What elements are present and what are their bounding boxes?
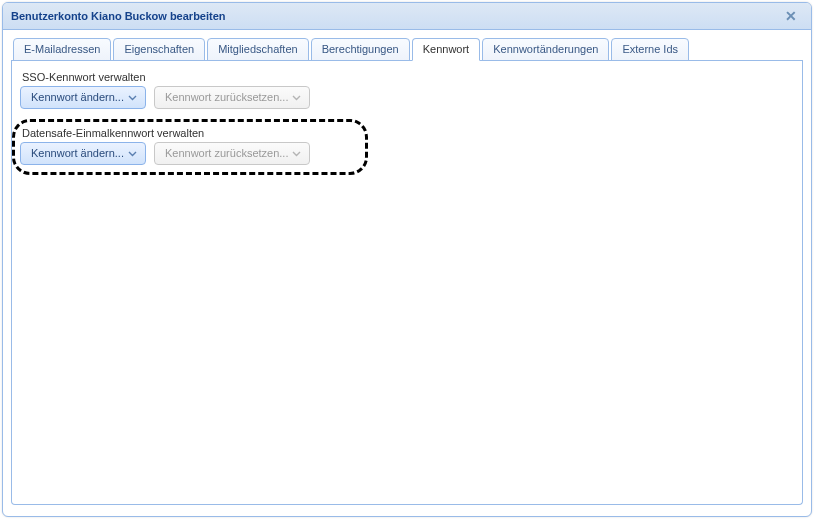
chevron-down-icon	[128, 149, 137, 158]
sso-reset-password-button[interactable]: Kennwort zurücksetzen...	[154, 86, 311, 109]
chevron-down-icon	[292, 93, 301, 102]
tab-berechtigungen[interactable]: Berechtigungen	[311, 38, 410, 61]
close-icon[interactable]: ✕	[781, 9, 801, 23]
section-datensafe: Datensafe-Einmalkennwort verwalten Kennw…	[20, 127, 794, 165]
dialog-body: E-Mailadressen Eigenschaften Mitgliedsch…	[3, 30, 811, 513]
section-sso-buttons: Kennwort ändern... Kennwort zurücksetzen…	[20, 86, 794, 109]
button-label: Kennwort ändern...	[31, 90, 124, 105]
section-datensafe-buttons: Kennwort ändern... Kennwort zurücksetzen…	[20, 142, 794, 165]
tab-emailadressen[interactable]: E-Mailadressen	[13, 38, 111, 61]
tab-externe-ids[interactable]: Externe Ids	[611, 38, 689, 61]
button-label: Kennwort ändern...	[31, 146, 124, 161]
button-label: Kennwort zurücksetzen...	[165, 146, 289, 161]
section-sso: SSO-Kennwort verwalten Kennwort ändern..…	[20, 71, 794, 109]
window-title: Benutzerkonto Kiano Buckow bearbeiten	[11, 10, 226, 22]
section-sso-label: SSO-Kennwort verwalten	[20, 71, 794, 83]
tab-panel-kennwort: SSO-Kennwort verwalten Kennwort ändern..…	[11, 61, 803, 505]
tab-mitgliedschaften[interactable]: Mitgliedschaften	[207, 38, 309, 61]
chevron-down-icon	[292, 149, 301, 158]
chevron-down-icon	[128, 93, 137, 102]
sso-change-password-button[interactable]: Kennwort ändern...	[20, 86, 146, 109]
tab-kennwortaenderungen[interactable]: Kennwortänderungen	[482, 38, 609, 61]
dialog-window: Benutzerkonto Kiano Buckow bearbeiten ✕ …	[2, 2, 812, 517]
datensafe-reset-password-button[interactable]: Kennwort zurücksetzen...	[154, 142, 311, 165]
datensafe-change-password-button[interactable]: Kennwort ändern...	[20, 142, 146, 165]
tab-eigenschaften[interactable]: Eigenschaften	[113, 38, 205, 61]
titlebar: Benutzerkonto Kiano Buckow bearbeiten ✕	[3, 3, 811, 30]
button-label: Kennwort zurücksetzen...	[165, 90, 289, 105]
tab-kennwort[interactable]: Kennwort	[412, 38, 480, 61]
section-datensafe-label: Datensafe-Einmalkennwort verwalten	[20, 127, 794, 139]
tabstrip: E-Mailadressen Eigenschaften Mitgliedsch…	[11, 38, 803, 61]
